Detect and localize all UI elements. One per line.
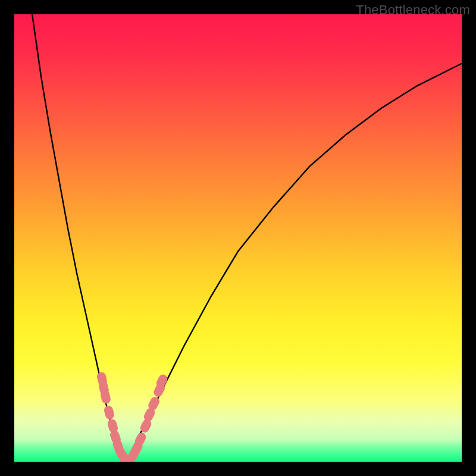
plot-area: [14, 14, 462, 462]
watermark-text: TheBottleneck.com: [356, 2, 470, 18]
data-marker: [100, 390, 111, 405]
data-markers: [96, 372, 168, 462]
outer-frame: TheBottleneck.com: [0, 0, 476, 476]
chart-svg: [14, 14, 462, 462]
data-marker: [104, 405, 115, 420]
curve-left-branch: [32, 14, 126, 462]
curve-right-branch: [126, 64, 462, 462]
